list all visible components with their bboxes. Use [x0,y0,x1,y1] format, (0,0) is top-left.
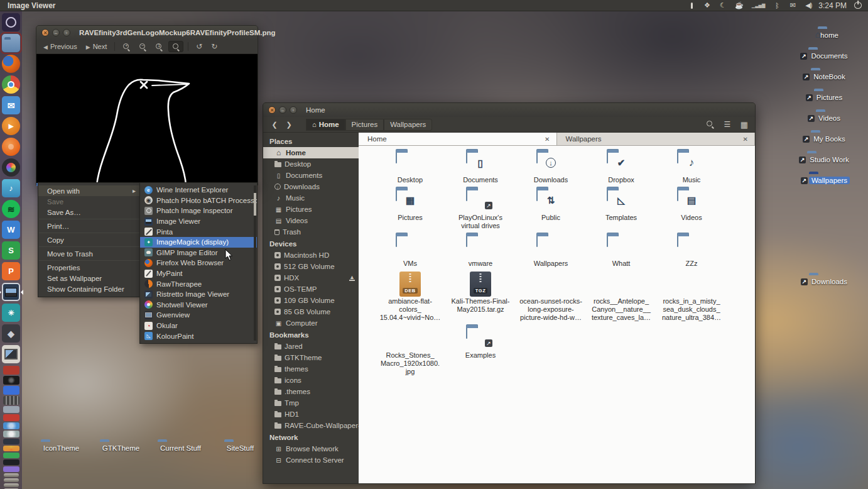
viewer-titlebar[interactable]: RAVEfinity3rdGenLogoMockup6RAVEfinityPro… [36,26,258,40]
context-menu-item[interactable]: Move to Trash [38,248,141,259]
tab-close-icon[interactable] [545,136,550,143]
submenu-item[interactable]: Image Viewer [140,216,257,227]
file-manager-titlebar[interactable]: Home [263,103,755,117]
context-menu-item[interactable]: Open with [38,185,141,196]
sidebar-item[interactable]: Home [263,147,359,158]
file-item[interactable]: Public [516,190,586,230]
submenu-scrollbar[interactable] [254,185,256,341]
wps-writer-icon[interactable]: W [2,221,20,239]
media-disc-icon[interactable] [3,446,19,451]
maximize-button[interactable] [63,29,70,36]
context-menu-item[interactable]: Copy [38,234,141,245]
desktop-icon-my-books[interactable]: My Books [800,133,859,144]
tab[interactable]: Wallpapers [557,133,756,145]
fold-icon[interactable] [4,473,19,477]
fold-icon[interactable] [4,478,19,482]
context-menu-item[interactable]: Properties [38,262,141,273]
breadcrumb-item[interactable]: Wallpapers [384,119,432,131]
burner-icon[interactable] [3,414,19,421]
submenu-item[interactable]: Shotwell Viewer [140,300,257,310]
zoom-fit-button[interactable] [168,41,183,52]
file-item[interactable]: Examples [445,327,516,376]
desktop-icon-current-stuff[interactable]: Current Stuff [151,442,210,453]
desktop-icon-documents[interactable]: Documents [800,50,859,61]
submenu-item[interactable]: Phatch Image Inspector [140,206,257,216]
file-item[interactable]: rocks_in_a_misty_ sea_dusk_clouds_ natur… [656,273,727,322]
volume-icon[interactable] [805,1,812,10]
rotate-left-button[interactable] [193,41,205,52]
tab[interactable]: Home [359,133,557,145]
disc-silver-icon[interactable] [3,431,19,437]
sidebar-item[interactable]: Desktop [263,158,359,170]
file-item[interactable]: Documents [445,152,516,184]
sidebar-item[interactable]: HDX [263,272,359,283]
sidebar-item[interactable]: Music [263,192,359,204]
file-item[interactable]: ZZz [656,236,727,268]
image-viewer-icon[interactable] [2,283,20,301]
next-button[interactable]: Next [83,41,111,52]
context-menu-item[interactable]: Save As… [38,207,141,217]
firefox-icon[interactable] [2,55,20,73]
submenu-item[interactable]: Pinta [140,226,257,237]
wps-presentation-icon[interactable]: P [2,262,20,280]
power-icon[interactable] [854,2,862,9]
sidebar-item[interactable]: RAVE-Cube-Wallpaper-… [263,420,359,431]
submenu-item[interactable]: Okular [140,321,257,331]
file-item[interactable]: Templates [586,190,656,230]
media-player-icon[interactable] [2,117,20,135]
file-item[interactable]: Music [656,152,727,184]
launcher-ubuntu-icon[interactable] [2,13,20,31]
image-canvas[interactable] [36,54,258,186]
submenu-item[interactable]: Gwenview [140,310,257,321]
context-menu-item[interactable] [38,217,141,221]
file-list-area[interactable]: Desktop Documents [359,146,755,483]
context-menu-item[interactable] [38,259,141,262]
desktop-icon-wallpapers[interactable]: Wallpapers [800,174,859,185]
toolbox-icon[interactable] [3,439,19,444]
sidebar-item[interactable]: 109 GB Volume [263,295,359,306]
mail-icon[interactable] [789,1,796,10]
file-item[interactable]: VMs [375,236,445,268]
context-menu-item[interactable]: Show Containing Folder [38,283,141,294]
context-menu-item[interactable] [38,245,141,248]
darktable-icon[interactable] [2,324,20,343]
sidebar-item[interactable]: Connect to Server [263,454,359,466]
desktop-icon-sitestuff[interactable]: SiteStuff [210,442,270,453]
thermometer-icon[interactable] [688,1,695,10]
search-icon[interactable] [705,119,716,129]
package-icon[interactable] [3,366,19,375]
grid-view-icon[interactable] [739,119,750,129]
submenu-item[interactable]: Firefox Web Browser [140,258,257,268]
stack-icon[interactable] [3,466,19,472]
rotate-right-button[interactable] [208,41,220,52]
bluetooth-icon[interactable] [773,1,781,10]
previous-button[interactable]: Previous [40,41,80,52]
maximize-button[interactable] [290,106,297,114]
sidebar-item[interactable]: 512 GB Volume [263,261,359,272]
sidebar-item[interactable]: Jared [263,341,359,352]
file-item[interactable]: Dropbox [586,152,656,184]
back-button[interactable]: ❮ [268,119,281,130]
file-item[interactable]: Desktop [375,152,445,184]
music-app-icon[interactable]: ♪ [2,179,20,197]
breadcrumb-item[interactable]: Home [306,119,345,131]
file-item[interactable]: vmware [445,236,516,268]
film-app-icon[interactable] [3,396,19,405]
desktop-icon-studio-work[interactable]: Studio Work [800,153,859,165]
wps-spreadsheets-icon[interactable]: S [2,241,20,260]
file-item[interactable]: TGZ Kali-Themes-Final-May2015.tar.gz [445,273,516,322]
context-menu-item[interactable] [38,231,141,234]
context-menu-item[interactable]: Save [38,196,141,207]
file-item[interactable]: Pictures [375,190,445,230]
sidebar-item[interactable]: Documents [263,170,359,181]
file-item[interactable]: rocks__Antelope_ Canyon__nature__ textur… [586,273,656,322]
sidebar-item[interactable]: Browse Network [263,443,359,454]
player-green-icon[interactable] [3,453,19,458]
file-item[interactable]: Videos [656,190,727,230]
sidebar-item[interactable]: themes [263,363,359,375]
submenu-item[interactable]: MyPaint [140,268,257,279]
email-icon[interactable] [2,96,20,114]
optical-disc-icon[interactable] [3,376,19,385]
sidebar-item[interactable]: Videos [263,215,359,226]
sidebar-item[interactable]: OS-TEMP [263,283,359,295]
